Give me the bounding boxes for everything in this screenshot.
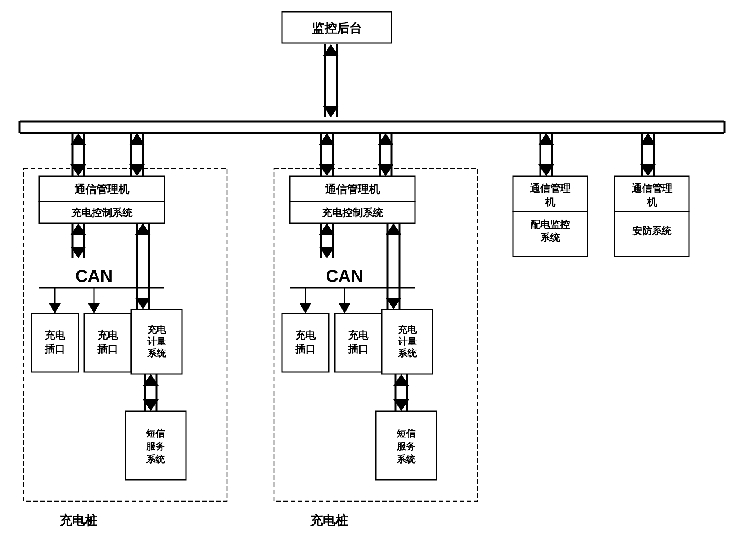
svg-marker-104 — [538, 164, 554, 176]
svg-text:系统: 系统 — [147, 348, 166, 358]
diagram: 监控后台 通信管理机 充电控制系统 — [0, 0, 740, 560]
svg-text:充电控制系统: 充电控制系统 — [321, 207, 383, 219]
svg-text:充电: 充电 — [397, 324, 417, 335]
svg-text:计量: 计量 — [147, 336, 166, 347]
svg-marker-48 — [143, 399, 159, 411]
svg-marker-93 — [393, 374, 409, 386]
svg-marker-58 — [319, 164, 335, 176]
svg-marker-34 — [135, 298, 151, 309]
svg-marker-15 — [129, 133, 145, 145]
svg-rect-118 — [615, 211, 689, 257]
svg-text:配电监控: 配电监控 — [531, 219, 570, 230]
svg-marker-57 — [319, 133, 335, 145]
svg-text:系统: 系统 — [540, 232, 560, 243]
svg-rect-95 — [376, 411, 437, 480]
svg-text:系统: 系统 — [146, 454, 165, 464]
svg-rect-84 — [335, 313, 382, 372]
svg-text:计量: 计量 — [398, 336, 417, 347]
svg-text:CAN: CAN — [326, 266, 363, 285]
svg-rect-65 — [290, 202, 415, 223]
svg-rect-0 — [282, 12, 392, 43]
svg-text:机: 机 — [545, 197, 556, 208]
svg-marker-94 — [393, 399, 409, 411]
svg-rect-35 — [31, 313, 78, 372]
svg-text:通信管理机: 通信管理机 — [74, 183, 130, 195]
svg-marker-62 — [378, 164, 393, 176]
svg-marker-70 — [319, 223, 335, 235]
svg-rect-38 — [84, 313, 131, 372]
svg-text:充电: 充电 — [348, 329, 369, 341]
svg-rect-63 — [290, 176, 415, 202]
svg-text:充电: 充电 — [147, 324, 166, 335]
svg-marker-79 — [386, 223, 401, 235]
svg-text:插口: 插口 — [44, 343, 65, 355]
svg-text:充电控制系统: 充电控制系统 — [71, 207, 133, 219]
svg-text:插口: 插口 — [295, 343, 316, 355]
svg-text:充电桩: 充电桩 — [59, 513, 97, 527]
svg-rect-108 — [513, 211, 587, 257]
svg-text:充电: 充电 — [97, 329, 118, 341]
svg-rect-115 — [615, 176, 689, 211]
svg-rect-81 — [282, 313, 329, 372]
svg-marker-76 — [339, 303, 350, 313]
svg-marker-69 — [319, 247, 335, 258]
svg-marker-16 — [129, 164, 145, 176]
svg-text:服务: 服务 — [396, 441, 416, 452]
svg-text:CAN: CAN — [75, 266, 112, 285]
svg-text:短信: 短信 — [396, 428, 416, 439]
svg-text:通信管理机: 通信管理机 — [325, 183, 380, 195]
svg-text:服务: 服务 — [146, 441, 165, 452]
svg-text:安防系统: 安防系统 — [632, 225, 672, 236]
svg-rect-41 — [131, 309, 182, 374]
svg-rect-19 — [39, 202, 164, 223]
svg-text:通信管理: 通信管理 — [632, 183, 673, 194]
svg-text:通信管理: 通信管理 — [530, 183, 571, 194]
svg-text:充电: 充电 — [295, 329, 316, 341]
svg-marker-61 — [378, 133, 393, 145]
svg-marker-113 — [640, 133, 656, 145]
svg-marker-23 — [70, 247, 86, 258]
svg-rect-17 — [39, 176, 164, 202]
svg-marker-47 — [143, 374, 159, 386]
svg-rect-53 — [23, 168, 227, 501]
svg-marker-33 — [135, 223, 151, 235]
svg-rect-49 — [125, 411, 186, 480]
svg-marker-103 — [538, 133, 554, 145]
svg-marker-30 — [88, 303, 100, 313]
svg-marker-12 — [70, 164, 86, 176]
svg-marker-28 — [49, 303, 61, 313]
svg-text:插口: 插口 — [97, 343, 118, 355]
svg-marker-3 — [323, 44, 339, 56]
svg-text:插口: 插口 — [348, 343, 368, 355]
svg-text:系统: 系统 — [397, 454, 416, 464]
svg-marker-24 — [70, 223, 86, 235]
svg-marker-11 — [70, 133, 86, 145]
svg-marker-80 — [386, 298, 401, 309]
svg-text:系统: 系统 — [398, 348, 417, 358]
svg-rect-99 — [274, 168, 478, 501]
svg-text:机: 机 — [646, 197, 657, 208]
svg-text:充电桩: 充电桩 — [310, 513, 348, 527]
svg-marker-114 — [640, 164, 656, 176]
svg-text:短信: 短信 — [146, 428, 165, 439]
svg-marker-74 — [300, 303, 311, 313]
svg-marker-4 — [323, 106, 339, 117]
svg-text:充电: 充电 — [44, 329, 65, 341]
monitor-label: 监控后台 — [312, 21, 362, 35]
svg-rect-87 — [382, 309, 433, 374]
svg-rect-105 — [513, 176, 587, 211]
